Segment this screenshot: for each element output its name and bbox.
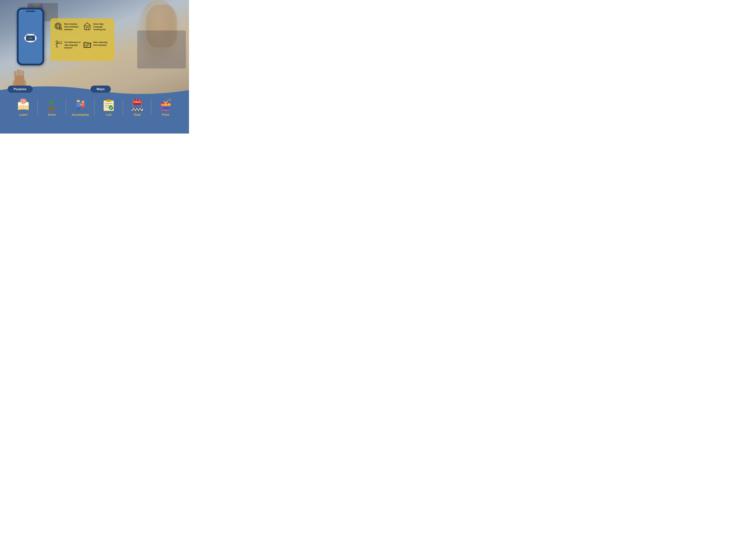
svg-line-20	[56, 46, 57, 48]
icon-item-learn: Learn	[9, 98, 38, 116]
prize-label: Prize	[162, 113, 169, 116]
nav-buttons-area: Purpose Ways	[0, 86, 189, 93]
svg-point-57	[109, 105, 113, 110]
svg-rect-50	[82, 106, 83, 109]
folder-icon	[83, 40, 92, 49]
svg-rect-87	[166, 107, 166, 110]
phone-app-name: Leán	[29, 37, 32, 39]
svg-rect-74	[141, 109, 142, 110]
svg-rect-2	[14, 71, 16, 78]
svg-line-18	[55, 43, 57, 44]
svg-rect-22	[59, 42, 62, 44]
svg-rect-5	[22, 70, 24, 78]
grow-label: Grow	[48, 113, 56, 116]
svg-rect-76	[136, 110, 138, 111]
svg-rect-71	[131, 109, 133, 110]
svg-rect-72	[135, 109, 136, 110]
bottom-icons-section: Learn Grow	[0, 95, 189, 134]
icon-item-grow: Grow	[38, 98, 66, 116]
home-icon	[83, 22, 92, 31]
grow-icon	[45, 98, 59, 112]
icon-item-accompany: Accompany	[66, 98, 94, 116]
svg-rect-14	[84, 26, 90, 30]
svg-rect-53	[106, 100, 111, 102]
svg-rect-62	[136, 99, 137, 100]
svg-point-38	[20, 99, 26, 104]
list-label: List	[106, 113, 112, 116]
goal-label: Goal	[134, 113, 141, 116]
purpose-button[interactable]: Purpose	[8, 86, 33, 93]
phone-mockup: 8:38 Leán	[15, 8, 46, 68]
feature-card: More intuitive than nowadays websites Ho…	[50, 18, 114, 61]
svg-rect-77	[139, 110, 141, 111]
accompany-label: Accompany	[72, 113, 89, 116]
phone-status-time: 8:38	[20, 10, 22, 11]
svg-rect-64	[139, 99, 140, 100]
svg-line-21	[57, 46, 58, 48]
svg-rect-61	[134, 99, 136, 100]
phone-robot-logo: Leán	[24, 34, 37, 42]
svg-rect-48	[78, 107, 80, 110]
icon-item-prize: ★ ★ ★ 1	[151, 98, 180, 116]
svg-text:FINISH: FINISH	[134, 101, 141, 103]
learn-icon	[16, 98, 30, 112]
svg-rect-4	[19, 69, 21, 78]
teacher-icon	[54, 40, 63, 49]
feature-text-home: Home Sign Language Teaching Aid	[93, 22, 111, 31]
feature-item-data: Data collecting and analyzing	[83, 40, 111, 57]
icon-item-goal: FINISH	[123, 98, 151, 116]
accompany-icon	[73, 98, 87, 112]
phone-notch	[26, 11, 35, 12]
feature-text-intuitive: More intuitive than nowadays websites	[64, 22, 82, 31]
svg-rect-73	[138, 109, 139, 110]
svg-rect-3	[17, 69, 19, 78]
svg-rect-63	[137, 99, 139, 100]
feature-text-data: Data collecting and analyzing	[93, 40, 111, 46]
goal-icon: FINISH	[130, 98, 144, 112]
feature-text-deficiency: The deficiency of sign language teachers	[64, 40, 82, 49]
globe-icon	[54, 22, 63, 31]
list-icon	[102, 98, 116, 112]
svg-rect-51	[83, 106, 84, 109]
feature-item-deficiency: The deficiency of sign language teachers	[54, 40, 82, 57]
icon-item-list: List	[94, 98, 123, 116]
svg-point-13	[60, 28, 61, 29]
ways-button[interactable]: Ways	[91, 86, 111, 93]
svg-text:★: ★	[170, 100, 171, 102]
svg-rect-75	[133, 110, 135, 111]
svg-line-12	[61, 29, 62, 30]
svg-rect-15	[86, 27, 88, 30]
feature-item-home: Home Sign Language Teaching Aid	[83, 22, 111, 39]
svg-rect-47	[76, 107, 78, 110]
svg-point-85	[165, 102, 166, 103]
learn-label: Learn	[19, 113, 27, 116]
svg-point-16	[56, 41, 58, 43]
svg-text:1: 1	[169, 104, 170, 106]
feature-item-intuitive: More intuitive than nowadays websites	[54, 22, 82, 39]
prize-icon: ★ ★ ★ 1	[159, 98, 173, 112]
